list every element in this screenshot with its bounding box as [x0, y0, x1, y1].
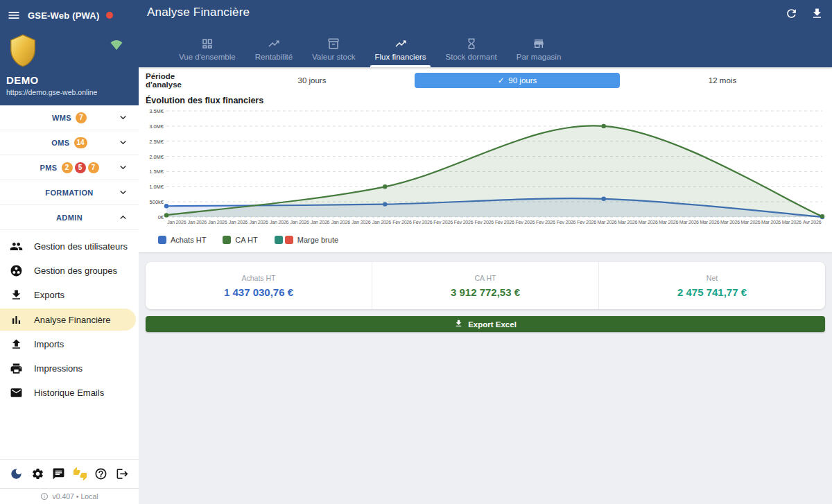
badge: 7: [76, 112, 87, 123]
chart-x-axis: Jan 2026Jan 2026Jan 2026Jan 2026Jan 2026…: [166, 220, 822, 225]
version-label: v0.407 • Local: [52, 492, 98, 501]
summary-card: Achats HT1 437 030,76 €CA HT3 912 772,53…: [146, 262, 825, 309]
shield-logo-icon: [7, 33, 39, 71]
chart-legend: Achats HTCA HTMarge brute: [158, 236, 822, 244]
section-label: FORMATION: [45, 189, 93, 197]
printer-icon: [10, 362, 23, 375]
sidebar-section-formation[interactable]: FORMATION: [0, 180, 139, 205]
sidebar-section-wms[interactable]: WMS7: [0, 105, 139, 130]
logout-button[interactable]: [116, 467, 129, 480]
sidebar-section-admin[interactable]: ADMIN: [0, 205, 139, 230]
upload-icon: [10, 338, 23, 351]
tab-flux-financiers[interactable]: Flux financiers: [365, 34, 435, 67]
summary-net: Net2 475 741,77 €: [599, 262, 825, 309]
chevron-up-icon: [117, 211, 129, 223]
x-axis-tick: Jan 2026: [289, 220, 310, 225]
legend-item-ca-ht[interactable]: CA HT: [223, 236, 257, 244]
section-label: PMS: [40, 164, 57, 172]
y-axis-tick: 1.0M€: [144, 184, 164, 190]
y-axis-tick: 1.5M€: [144, 168, 164, 175]
period-option-12-mois[interactable]: 12 mois: [620, 73, 825, 88]
settings-icon: [31, 467, 44, 480]
thumbs-button[interactable]: [73, 467, 87, 480]
y-axis-tick: 0€: [144, 214, 164, 220]
legend-swatch: [275, 236, 283, 244]
x-axis-tick: Mar 2026: [617, 220, 638, 225]
tab-valeur-stock[interactable]: Valeur stock: [302, 34, 365, 67]
download-icon: [10, 288, 23, 302]
sidebar-item-gestion-des-groupes[interactable]: Gestion des groupes: [0, 259, 139, 283]
sidebar-item-imports[interactable]: Imports: [0, 332, 139, 356]
help-button[interactable]: [94, 467, 107, 480]
summary-ca-ht: CA HT3 912 772,53 €: [372, 262, 599, 309]
sidebar-item-impressions[interactable]: Impressions: [0, 356, 139, 381]
sidebar-item-label: Impressions: [34, 363, 83, 374]
sidebar-sections: WMS7OMS14PMS257FORMATIONADMIN: [0, 105, 139, 230]
download-button[interactable]: [811, 7, 824, 20]
chart-title: Évolution des flux financiers: [146, 96, 822, 105]
x-axis-tick: Fév 2026: [494, 220, 515, 225]
tab-stock-dormant[interactable]: Stock dormant: [436, 34, 507, 67]
period-option-90-jours[interactable]: ✓90 jours: [415, 73, 620, 88]
legend-swatch: [285, 236, 293, 244]
group-icon: [10, 264, 23, 277]
x-axis-tick: Mar 2026: [781, 220, 802, 225]
x-axis-tick: Jan 2026: [187, 220, 208, 225]
summary-label: Net: [707, 274, 718, 282]
chevron-down-icon: [117, 112, 129, 123]
sidebar-item-label: Gestion des utilisateurs: [34, 241, 128, 252]
menu-icon: [7, 8, 21, 22]
app-title: GSE-Web (PWA): [28, 10, 99, 21]
download-icon: [454, 319, 463, 329]
chat-button[interactable]: [52, 467, 65, 480]
sidebar-item-label: Imports: [34, 339, 64, 349]
legend-item-achats-ht[interactable]: Achats HT: [158, 236, 206, 244]
tab-par-magasin[interactable]: Par magasin: [507, 34, 571, 67]
summary-label: CA HT: [475, 274, 496, 282]
x-axis-tick: Fév 2026: [535, 220, 556, 225]
x-axis-tick: Jan 2026: [310, 220, 331, 225]
admin-menu: Gestion des utilisateursGestion des grou…: [0, 230, 139, 405]
settings-button[interactable]: [31, 467, 44, 480]
dark-mode-button[interactable]: [10, 467, 23, 480]
tab-rentabilit-[interactable]: Rentabilité: [245, 34, 302, 67]
legend-swatch: [158, 236, 166, 244]
y-axis-tick: 500k€: [144, 199, 164, 205]
sidebar-footer-toolbar: [0, 459, 139, 488]
x-axis-tick: Fév 2026: [413, 220, 433, 225]
chart-canvas: [166, 111, 822, 217]
x-axis-tick: Mar 2026: [679, 220, 700, 225]
x-axis-tick: Jan 2026: [207, 220, 228, 225]
tab-vue-d-ensemble[interactable]: Vue d'ensemble: [169, 34, 245, 67]
sidebar-section-oms[interactable]: OMS14: [0, 130, 139, 155]
x-axis-tick: Fév 2026: [556, 220, 577, 225]
x-axis-tick: Fév 2026: [433, 220, 453, 225]
legend-item-marge-brute[interactable]: Marge brute: [275, 236, 338, 244]
x-axis-tick: Jan 2026: [372, 220, 392, 225]
menu-icon[interactable]: [7, 8, 21, 22]
x-axis-tick: Jan 2026: [166, 220, 187, 225]
x-axis-tick: Fév 2026: [392, 220, 413, 225]
y-axis-tick: 3.0M€: [144, 123, 164, 129]
x-axis-tick: Fév 2026: [515, 220, 536, 225]
y-axis-tick: 2.5M€: [144, 138, 164, 144]
export-excel-button[interactable]: Export Excel: [146, 316, 825, 332]
refresh-button[interactable]: [785, 7, 798, 20]
x-axis-tick: Jan 2026: [269, 220, 290, 225]
x-axis-tick: Mar 2026: [720, 220, 740, 225]
sidebar-item-historique-emails[interactable]: Historique Emails: [0, 381, 139, 405]
tab-bar: Vue d'ensembleRentabilitéValeur stockFlu…: [169, 34, 571, 67]
sidebar-section-pms[interactable]: PMS257: [0, 155, 139, 180]
info-icon: [40, 492, 49, 501]
sidebar-item-analyse-financi-re[interactable]: Analyse Financière: [0, 309, 136, 331]
period-label: Période d'analyse: [146, 72, 209, 89]
period-option-30-jours[interactable]: 30 jours: [209, 73, 415, 88]
download-icon: [811, 7, 824, 20]
sidebar-item-label: Gestion des groupes: [34, 266, 117, 276]
x-axis-tick: Mar 2026: [659, 220, 679, 225]
summary-label: Achats HT: [241, 274, 275, 282]
wifi-icon: [108, 36, 125, 53]
sidebar-item-gestion-des-utilisateurs[interactable]: Gestion des utilisateurs: [0, 234, 139, 259]
chevron-down-icon: [117, 162, 129, 173]
sidebar-item-exports[interactable]: Exports: [0, 283, 139, 307]
